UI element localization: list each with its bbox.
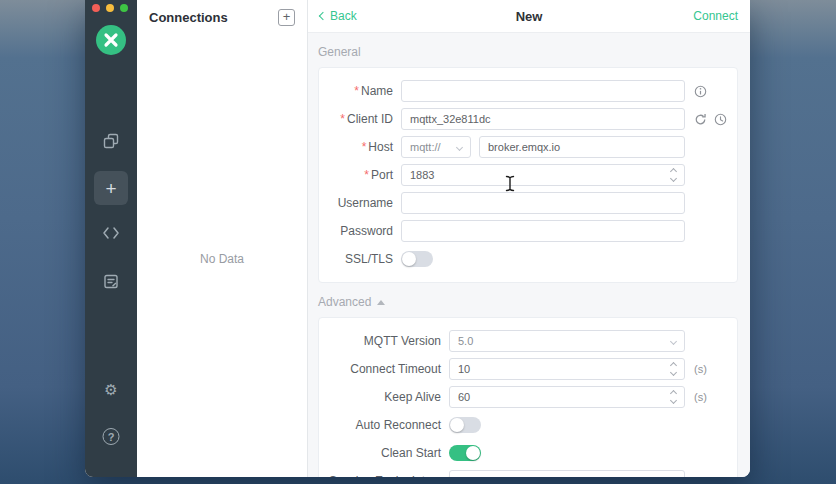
zoom-window-button[interactable] [120,4,128,12]
mqtt-version-label: MQTT Version [329,334,441,348]
plus-icon: + [105,179,116,198]
form-header: Back New Connect [308,0,750,33]
mqtt-version-row: MQTT Version 5.0 [329,330,731,352]
mqtt-version-value: 5.0 [458,335,473,347]
host-input[interactable] [479,136,685,158]
port-label: *Port [329,168,393,182]
sidebar-item-script[interactable] [102,226,120,240]
name-label: *Name [329,84,393,98]
required-marker: * [354,84,359,98]
client-id-label: *Client ID [329,112,393,126]
back-button[interactable]: Back [320,9,357,23]
back-chevron-icon [319,12,327,20]
collapse-caret-icon [377,300,385,305]
host-label: *Host [329,140,393,154]
script-icon [102,226,120,240]
ssl-row: SSL/TLS [329,248,731,270]
required-marker: * [340,112,345,126]
keep-alive-row: Keep Alive (s) [329,386,731,408]
decrement-icon [669,369,676,376]
new-connection-view: Back New Connect General *Name [308,0,750,477]
decrement-icon [669,175,676,182]
keep-alive-input[interactable] [449,386,685,408]
host-row: *Host mqtt:// [329,136,731,158]
port-stepper[interactable] [668,167,678,183]
seconds-suffix: (s) [694,363,707,375]
password-row: Password [329,220,731,242]
window-controls [92,4,128,12]
connect-timeout-stepper[interactable] [668,361,678,377]
ssl-label: SSL/TLS [329,252,393,266]
chevron-down-icon [670,338,677,345]
keep-alive-label: Keep Alive [329,390,441,404]
clean-start-label: Clean Start [329,446,441,460]
session-expiry-row: Session Expiry Interval (s) [329,470,731,477]
mqttx-logo-icon [102,31,120,49]
chevron-down-icon [456,144,463,151]
sidebar-item-connections[interactable] [102,132,120,150]
protocol-select[interactable]: mqtt:// [401,136,471,158]
password-input[interactable] [401,220,685,242]
plus-icon: + [283,9,291,24]
sidebar-item-help[interactable]: ? [103,428,120,445]
connections-panel-header: Connections + [137,0,307,26]
back-label: Back [330,9,357,23]
log-icon [103,273,120,290]
help-icon: ? [103,428,120,445]
required-marker: * [362,140,367,154]
port-row: *Port [329,164,731,186]
username-row: Username [329,192,731,214]
connect-button[interactable]: Connect [693,9,738,23]
connect-timeout-label: Connect Timeout [329,362,441,376]
sidebar-item-settings[interactable]: ⚙ [104,381,117,399]
auto-reconnect-label: Auto Reconnect [329,418,441,432]
history-icon[interactable] [714,113,727,126]
auto-reconnect-toggle[interactable] [449,417,481,433]
info-icon[interactable] [694,85,707,98]
name-input[interactable] [401,80,685,102]
protocol-value: mqtt:// [410,141,441,153]
mqttx-logo [96,25,126,55]
password-label: Password [329,224,393,238]
seconds-suffix: (s) [694,391,707,403]
advanced-card: MQTT Version 5.0 Connect Timeout [318,317,738,477]
add-connection-button[interactable]: + [278,9,295,26]
gear-icon: ⚙ [104,381,117,399]
clean-start-toggle[interactable] [449,445,481,461]
sidebar-item-log[interactable] [103,273,120,290]
decrement-icon [669,397,676,404]
clean-start-row: Clean Start [329,442,731,464]
general-card: *Name *Client ID [318,67,738,283]
session-expiry-input[interactable] [449,470,685,477]
username-input[interactable] [401,192,685,214]
connections-icon [102,132,120,150]
keep-alive-stepper[interactable] [668,389,678,405]
general-section-label: General [318,45,738,59]
sidebar-item-new-connection[interactable]: + [94,171,128,205]
client-id-row: *Client ID [329,108,731,130]
ssl-toggle[interactable] [401,251,433,267]
port-input[interactable] [401,164,685,186]
page-title: New [516,9,543,24]
connect-timeout-input[interactable] [449,358,685,380]
empty-state-text: No Data [137,252,307,266]
mqttx-window: + ⚙ ? Connections + No Data [85,0,750,477]
connections-panel: Connections + No Data [137,0,308,477]
mqtt-version-select[interactable]: 5.0 [449,330,685,352]
refresh-icon[interactable] [694,113,707,126]
connections-panel-title: Connections [149,10,228,25]
form-scroll-area: General *Name [308,33,750,477]
session-expiry-label: Session Expiry Interval [329,474,441,477]
minimize-window-button[interactable] [106,4,114,12]
close-window-button[interactable] [92,4,100,12]
client-id-input[interactable] [401,108,685,130]
advanced-section-label[interactable]: Advanced [318,295,738,309]
app-sidebar: + ⚙ ? [85,0,137,477]
auto-reconnect-row: Auto Reconnect [329,414,731,436]
username-label: Username [329,196,393,210]
connect-timeout-row: Connect Timeout (s) [329,358,731,380]
name-row: *Name [329,80,731,102]
seconds-suffix: (s) [694,475,707,477]
required-marker: * [364,168,369,182]
